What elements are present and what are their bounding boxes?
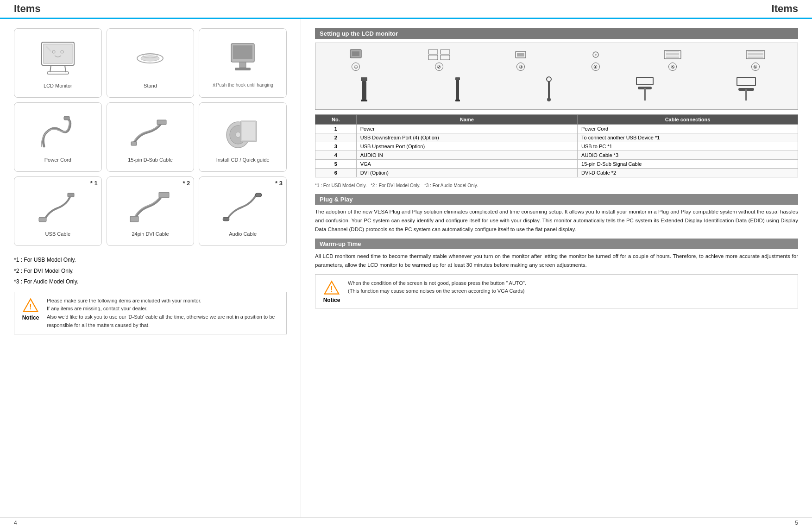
- right-page-num: 5: [795, 520, 798, 526]
- table-row: 5VGA15-pin D-Sub Signal Cable: [315, 160, 798, 169]
- dvi-cable-icon: [127, 186, 173, 227]
- table-row: 3USB Upstream Port (Option)USB to PC *1: [315, 142, 798, 151]
- port-num-3: ③: [516, 63, 525, 71]
- port-4: ④: [591, 48, 600, 71]
- svg-rect-38: [517, 53, 524, 57]
- page-footer: 4 5: [0, 517, 812, 528]
- table-notes: *1 : For USB Model Only. *2 : For DVI Mo…: [315, 182, 798, 189]
- cable-images-row: [320, 76, 793, 102]
- warmup-header: Warm-up Time: [315, 239, 798, 249]
- svg-rect-4: [47, 72, 69, 74]
- table-row: 4AUDIO INAUDIO Cable *3: [315, 151, 798, 160]
- right-column: Setting up the LCD monitor ①: [301, 19, 812, 517]
- svg-rect-36: [441, 55, 450, 60]
- svg-text:!: !: [330, 285, 333, 293]
- lcd-monitor-label: LCD Monitor: [44, 83, 72, 88]
- svg-rect-17: [131, 142, 137, 145]
- col-name: Name: [356, 115, 577, 125]
- svg-rect-55: [361, 100, 367, 101]
- right-notice-icon-area: ! Notice: [320, 279, 343, 303]
- left-notice-label: Notice: [22, 314, 39, 321]
- svg-point-61: [547, 98, 551, 101]
- stand-label: Stand: [144, 83, 157, 88]
- dsub-cable-icon: [127, 112, 173, 153]
- warmup-text: All LCD monitors need time to become the…: [315, 252, 798, 270]
- col-cable: Cable connections: [578, 115, 798, 125]
- cable-usb: [453, 76, 462, 102]
- svg-rect-57: [456, 80, 459, 100]
- svg-line-2: [50, 65, 51, 72]
- item-lcd-monitor: LCD Monitor: [14, 28, 102, 98]
- right-title: Items: [772, 3, 798, 15]
- item-hook: ※Push the hook until hanging: [199, 28, 287, 98]
- port-5: ⑤: [663, 48, 682, 71]
- port-num-2: ②: [435, 63, 443, 71]
- svg-rect-33: [428, 50, 438, 54]
- table-row: 2USB Downstream Port (4) (Option)To conn…: [315, 133, 798, 142]
- plug-play-header: Plug & Play: [315, 194, 798, 205]
- port-num-5: ⑤: [668, 63, 677, 71]
- svg-rect-22: [242, 122, 255, 140]
- svg-rect-65: [737, 77, 755, 86]
- table-row: 6DVI (Option)DVI-D Cable *2: [315, 169, 798, 177]
- left-notice-box: ! Notice Please make sure the following …: [14, 292, 287, 334]
- svg-point-59: [547, 77, 551, 82]
- svg-rect-24: [68, 193, 74, 197]
- port-num-4: ④: [592, 63, 600, 71]
- svg-rect-53: [361, 77, 367, 81]
- left-notice-triangle-icon: !: [22, 297, 39, 314]
- svg-point-40: [595, 54, 597, 56]
- port-icons-row: ① ②: [320, 48, 793, 71]
- dsub-label: 15-pin D-Sub Cable: [128, 157, 173, 163]
- table-row: 1PowerPower Cord: [315, 125, 798, 133]
- note-3: *3 : For Audio Model Only.: [14, 277, 287, 287]
- port-3: ③: [514, 48, 528, 71]
- audio-star: * 3: [275, 180, 283, 187]
- install-cd-label: Install CD / Quick guide: [216, 157, 270, 163]
- svg-rect-1: [44, 44, 72, 63]
- item-audio-cable: * 3 Audio Cable: [199, 176, 287, 246]
- connection-table: No. Name Cable connections 1PowerPower C…: [315, 114, 798, 177]
- svg-rect-27: [223, 217, 229, 221]
- svg-rect-60: [548, 82, 550, 99]
- cable-audio: [544, 76, 554, 102]
- dvi-cable-label: 24pin DVI Cable: [132, 231, 169, 237]
- svg-point-9: [141, 56, 159, 61]
- svg-rect-25: [130, 216, 138, 222]
- left-notice-text: Please make sure the following items are…: [47, 297, 282, 329]
- port-2: ②: [428, 48, 451, 71]
- svg-rect-58: [455, 100, 460, 101]
- page-header: Items Items: [0, 0, 812, 19]
- svg-rect-14: [235, 68, 251, 70]
- usb-cable-label: USB Cable: [45, 231, 70, 237]
- svg-rect-32: [352, 51, 359, 56]
- svg-rect-12: [233, 45, 252, 59]
- note-2: *2 : For DVI Model Only.: [14, 266, 287, 277]
- usb-cable-icon: [35, 186, 81, 227]
- port-num-6: ⑥: [751, 63, 760, 71]
- svg-point-20: [236, 132, 240, 138]
- cable-power: [357, 76, 371, 102]
- right-notice-text: When the condition of the screen is not …: [348, 279, 526, 295]
- cable-dvi: [736, 76, 756, 102]
- port-1: ①: [347, 48, 364, 71]
- right-notice-label: Notice: [323, 297, 340, 303]
- item-power-cord: Power Cord: [14, 102, 102, 172]
- install-cd-icon: [220, 112, 266, 153]
- left-title: Items: [14, 3, 40, 15]
- port-num-1: ①: [352, 63, 360, 71]
- svg-rect-13: [239, 62, 246, 68]
- svg-text:!: !: [29, 302, 31, 311]
- item-dvi-cable: * 2 24pin DVI Cable: [107, 176, 195, 246]
- port-6: ⑥: [745, 48, 766, 71]
- svg-rect-16: [157, 120, 166, 125]
- item-usb-cable: * 1 USB Cable: [14, 176, 102, 246]
- left-page-num: 4: [14, 520, 17, 526]
- left-column: LCD Monitor Stand: [0, 19, 301, 517]
- items-grid: LCD Monitor Stand: [14, 28, 287, 246]
- svg-rect-28: [255, 193, 262, 197]
- item-install-cd: Install CD / Quick guide: [199, 102, 287, 172]
- svg-rect-34: [441, 50, 450, 54]
- hook-note: ※Push the hook until hanging: [212, 82, 273, 88]
- col-no: No.: [315, 115, 357, 125]
